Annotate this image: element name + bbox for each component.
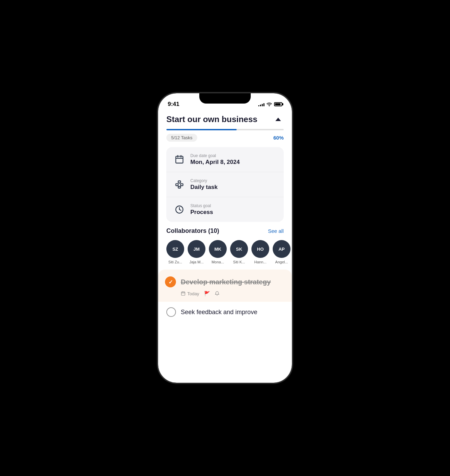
status-goal-value: Process: [190, 209, 213, 216]
checkbox-empty[interactable]: [166, 307, 176, 317]
next-task-title: Seek feedback and improve: [181, 309, 257, 316]
notch: [199, 93, 251, 104]
avatar-item[interactable]: SZ Siti Zu...: [166, 240, 184, 264]
due-date-label: Due date goal: [190, 153, 240, 158]
svg-line-10: [179, 186, 182, 187]
phone-screen: 9:41 Start our own business: [158, 93, 292, 383]
completed-task-row[interactable]: ✓ Develop marketing strategy: [165, 276, 285, 287]
progress-labels: 5/12 Tasks 60%: [166, 134, 284, 142]
avatar-name: Hann...: [254, 260, 266, 264]
category-row[interactable]: Category Daily task: [166, 172, 284, 197]
task-date-item: Today: [181, 291, 199, 296]
status-goal-row[interactable]: Status goal Process: [166, 197, 284, 222]
status-goal-label: Status goal: [190, 203, 213, 208]
bell-icon: [215, 291, 220, 296]
avatar-circle: SZ: [166, 240, 184, 258]
category-text: Category Daily task: [190, 178, 217, 191]
avatar-name: Jaja M...: [189, 260, 204, 264]
small-calendar-icon: [181, 291, 186, 296]
svg-rect-4: [178, 181, 181, 183]
svg-rect-0: [176, 156, 183, 163]
checkmark-icon: ✓: [168, 279, 173, 285]
avatar-circle: SK: [230, 240, 248, 258]
signal-icon: [258, 102, 264, 106]
checkbox-done[interactable]: ✓: [165, 276, 176, 287]
avatar-item[interactable]: JM Jaja M...: [188, 240, 205, 264]
next-task-row[interactable]: Seek feedback and improve: [158, 302, 292, 324]
svg-line-13: [179, 210, 181, 210]
flag-icon: 🚩: [204, 291, 210, 296]
avatar-circle: JM: [188, 240, 205, 258]
avatar-name: Mona...: [212, 260, 224, 264]
category-label: Category: [190, 178, 217, 183]
category-value: Daily task: [190, 184, 217, 191]
svg-line-9: [177, 186, 179, 187]
avatar-item[interactable]: HO Hann...: [251, 240, 269, 264]
svg-rect-7: [178, 187, 181, 188]
page-header: Start our own business: [166, 114, 284, 125]
clock-icon: [173, 203, 186, 216]
avatar-item[interactable]: MK Mona...: [209, 240, 227, 264]
completed-task-card: ✓ Develop marketing strategy Today: [158, 270, 292, 302]
category-icon: [173, 178, 186, 191]
calendar-icon: [173, 153, 186, 166]
avatar-item[interactable]: SK Siti K...: [230, 240, 248, 264]
task-date-label: Today: [187, 291, 199, 296]
avatar-name: Siti K...: [233, 260, 245, 264]
wifi-icon: [267, 102, 272, 106]
avatar-item[interactable]: AP Angel...: [273, 240, 291, 264]
task-meta: Today 🚩: [165, 291, 285, 296]
see-all-button[interactable]: See all: [268, 228, 284, 234]
completed-task-title: Develop marketing strategy: [181, 278, 271, 286]
collaborators-title: Collaborators (10): [166, 227, 219, 235]
progress-fill: [166, 129, 237, 130]
progress-track: [166, 129, 284, 130]
task-bell-item: [215, 291, 220, 296]
avatar-circle: AP: [273, 240, 291, 258]
chevron-up-icon: [275, 118, 281, 121]
avatar-name: Angel...: [275, 260, 288, 264]
progress-container: 5/12 Tasks 60%: [166, 129, 284, 142]
due-date-row[interactable]: Due date goal Mon, April 8, 2024: [166, 147, 284, 172]
status-icons: [258, 102, 282, 106]
avatars-row: SZ Siti Zu... JM Jaja M... MK Mona... SK…: [166, 240, 284, 264]
collapse-button[interactable]: [273, 114, 284, 125]
due-date-text: Due date goal Mon, April 8, 2024: [190, 153, 240, 166]
avatar-name: Siti Zu...: [168, 260, 182, 264]
collaborators-header: Collaborators (10) See all: [166, 227, 284, 235]
task-flag-item: 🚩: [204, 291, 210, 296]
svg-rect-5: [176, 184, 178, 186]
tasks-badge: 5/12 Tasks: [166, 134, 197, 142]
info-card: Due date goal Mon, April 8, 2024: [166, 147, 284, 222]
svg-rect-14: [181, 292, 185, 295]
due-date-value: Mon, April 8, 2024: [190, 159, 240, 166]
status-goal-text: Status goal Process: [190, 203, 213, 216]
main-content: Start our own business 5/12 Tasks 60%: [158, 110, 292, 383]
svg-rect-6: [181, 184, 183, 186]
avatar-circle: HO: [251, 240, 269, 258]
avatar-circle: MK: [209, 240, 227, 258]
battery-icon: [274, 102, 282, 106]
status-time: 9:41: [168, 101, 179, 108]
phone-frame: 9:41 Start our own business: [158, 93, 292, 383]
progress-percentage: 60%: [273, 135, 284, 141]
page-title: Start our own business: [166, 114, 273, 124]
